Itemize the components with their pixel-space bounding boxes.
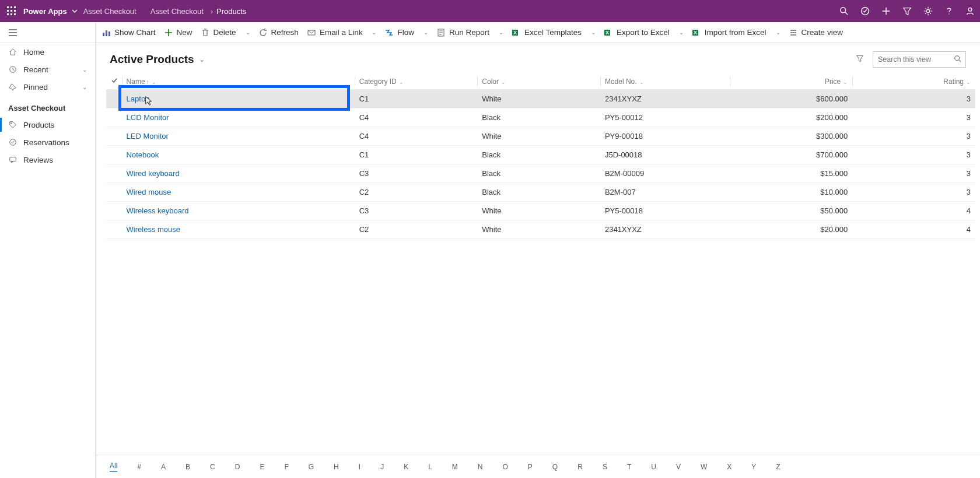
col-model[interactable]: Model No.⌄ (600, 73, 730, 90)
gear-icon[interactable] (923, 6, 933, 16)
cmd-templates-split[interactable]: ⌄ (591, 29, 596, 36)
hamburger-button[interactable] (0, 22, 95, 43)
cmd-delete-split[interactable]: ⌄ (246, 29, 250, 36)
cmd-email-link[interactable]: Email a Link (307, 28, 363, 37)
cell-name[interactable]: Wireless mouse (122, 220, 355, 239)
nav-reviews[interactable]: Reviews (0, 151, 95, 168)
waffle-icon[interactable] (5, 4, 19, 18)
cmd-run-report[interactable]: Run Report (436, 28, 489, 37)
table-row[interactable]: Wireless keyboardC3WhitePY5-00018$50.000… (106, 202, 975, 220)
plus-icon[interactable] (881, 6, 891, 16)
nav-recent[interactable]: Recent ⌄ (0, 61, 95, 78)
cmd-refresh[interactable]: Refresh (258, 28, 299, 37)
select-all[interactable] (106, 73, 122, 90)
jump-letter[interactable]: F (284, 463, 288, 471)
nav-pinned[interactable]: Pinned ⌄ (0, 78, 95, 96)
search-icon[interactable] (954, 55, 962, 65)
jump-letter[interactable]: C (210, 463, 215, 471)
breadcrumb-env[interactable]: Asset Checkout (83, 7, 136, 16)
cmd-export-excel[interactable]: X Export to Excel (604, 28, 670, 37)
jump-letter[interactable]: I (359, 463, 360, 471)
cmd-flow-split[interactable]: ⌄ (424, 29, 428, 36)
table-row[interactable]: LCD MonitorC4BlackPY5-00012$200.0003 (106, 108, 975, 127)
cell-name[interactable]: Wired keyboard (122, 164, 355, 183)
cmd-excel-templates[interactable]: X Excel Templates (512, 28, 582, 37)
cell-name[interactable]: Notebook (122, 146, 355, 164)
jump-letter[interactable]: V (676, 463, 681, 471)
table-row[interactable]: LaptopC1White2341XYXZ$600.0003 (106, 90, 975, 108)
cell-name[interactable]: Laptop (122, 90, 355, 108)
col-color[interactable]: Color⌄ (477, 73, 600, 90)
search-icon[interactable] (839, 6, 849, 16)
jump-letter[interactable]: N (478, 463, 483, 471)
jump-letter[interactable]: W (701, 463, 707, 471)
filter-icon[interactable] (902, 6, 912, 16)
cell-name[interactable]: Wired mouse (122, 183, 355, 202)
table-row[interactable]: Wired mouseC2BlackB2M-007$10.0003 (106, 183, 975, 202)
jump-letter[interactable]: Y (751, 463, 756, 471)
col-rating[interactable]: Rating⌄ (852, 73, 975, 90)
jump-letter[interactable]: Q (552, 463, 558, 471)
jump-letter[interactable]: B (186, 463, 190, 471)
jump-letter[interactable]: L (428, 463, 432, 471)
row-checkbox[interactable] (106, 164, 122, 183)
nav-products[interactable]: Products (0, 116, 95, 133)
jump-letter[interactable]: S (603, 463, 607, 471)
jump-letter[interactable]: J (380, 463, 384, 471)
chevron-down-icon[interactable]: ⌄ (82, 66, 87, 73)
jump-letter[interactable]: O (503, 463, 508, 471)
jump-letter[interactable]: # (137, 463, 141, 471)
search-field[interactable] (878, 55, 961, 64)
col-name[interactable]: Name↑⌄ (122, 73, 355, 90)
help-icon[interactable] (944, 6, 954, 16)
nav-reservations[interactable]: Reservations (0, 133, 95, 151)
jump-letter[interactable]: A (161, 463, 166, 471)
cmd-flow[interactable]: Flow (384, 28, 414, 37)
jump-letter[interactable]: T (627, 463, 631, 471)
jump-letter[interactable]: D (235, 463, 240, 471)
row-checkbox[interactable] (106, 202, 122, 220)
cmd-export-split[interactable]: ⌄ (679, 29, 684, 36)
cmd-show-chart[interactable]: Show Chart (102, 28, 156, 37)
cell-name[interactable]: LCD Monitor (122, 108, 355, 127)
task-icon[interactable] (860, 6, 870, 16)
jump-letter[interactable]: G (309, 463, 314, 471)
row-checkbox[interactable] (106, 127, 122, 146)
cmd-report-split[interactable]: ⌄ (499, 29, 503, 36)
jump-letter[interactable]: H (334, 463, 339, 471)
table-row[interactable]: NotebookC1BlackJ5D-00018$700.0003 (106, 146, 975, 164)
user-icon[interactable] (965, 6, 975, 16)
cmd-import-excel[interactable]: X Import from Excel (692, 28, 766, 37)
cell-name[interactable]: LED Monitor (122, 127, 355, 146)
filter-icon[interactable] (855, 54, 864, 65)
search-input[interactable] (873, 51, 966, 68)
nav-home[interactable]: Home (0, 43, 95, 61)
jump-letter[interactable]: E (260, 463, 264, 471)
jump-letter[interactable]: X (727, 463, 732, 471)
jump-letter[interactable]: K (404, 463, 408, 471)
cmd-delete[interactable]: Delete (201, 28, 236, 37)
chevron-down-icon[interactable]: ⌄ (199, 55, 205, 64)
row-checkbox[interactable] (106, 108, 122, 127)
app-name[interactable]: Power Apps (23, 7, 67, 16)
view-title[interactable]: Active Products (110, 53, 194, 66)
col-category[interactable]: Category ID⌄ (355, 73, 478, 90)
row-checkbox[interactable] (106, 146, 122, 164)
cmd-import-split[interactable]: ⌄ (776, 29, 780, 36)
jump-letter[interactable]: P (528, 463, 533, 471)
row-checkbox[interactable] (106, 90, 122, 108)
cmd-email-split[interactable]: ⌄ (372, 29, 376, 36)
chevron-down-icon[interactable] (72, 7, 78, 16)
breadcrumb-2[interactable]: Products (216, 7, 246, 16)
cmd-create-view[interactable]: Create view (789, 28, 843, 37)
cmd-new[interactable]: New (164, 28, 192, 37)
jump-letter[interactable]: All (110, 462, 117, 472)
col-price[interactable]: Price⌄ (730, 73, 853, 90)
breadcrumb-1[interactable]: Asset Checkout (150, 7, 204, 16)
chevron-down-icon[interactable]: ⌄ (82, 84, 87, 90)
table-row[interactable]: Wired keyboardC3BlackB2M-00009$15.0003 (106, 164, 975, 183)
jump-letter[interactable]: Z (776, 463, 780, 471)
jump-letter[interactable]: R (578, 463, 583, 471)
row-checkbox[interactable] (106, 183, 122, 202)
cell-name[interactable]: Wireless keyboard (122, 202, 355, 220)
